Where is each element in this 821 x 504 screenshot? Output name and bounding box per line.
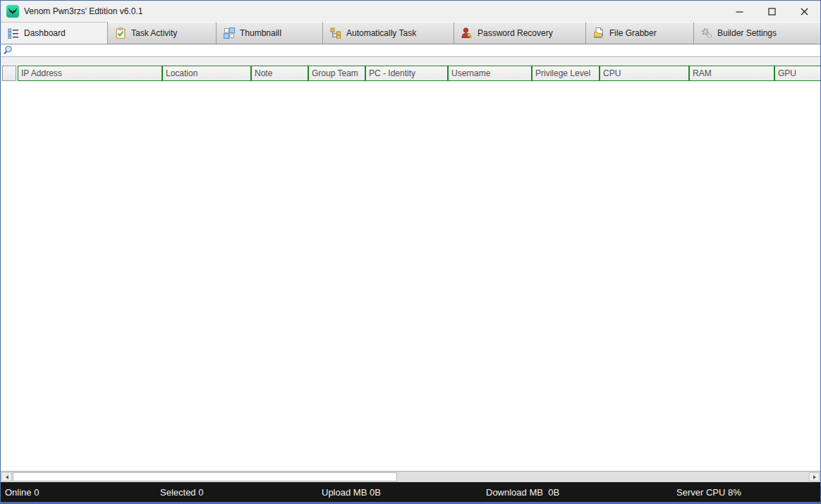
window-controls: [723, 1, 820, 22]
search-magnifier-icon: [4, 45, 14, 56]
tab-thumbnail[interactable]: ThumbnailI: [217, 22, 323, 44]
venom-logo-icon: [6, 5, 19, 18]
close-button[interactable]: [788, 1, 820, 22]
scroll-right-arrow-icon[interactable]: [809, 472, 820, 481]
maximize-button[interactable]: [755, 1, 788, 22]
search-button[interactable]: [1, 44, 16, 56]
column-header-location[interactable]: Location: [162, 66, 251, 81]
tab-label: File Grabber: [609, 28, 657, 38]
tab-builder-settings[interactable]: Builder Settings: [694, 22, 820, 44]
column-header-cpu[interactable]: CPU: [600, 66, 689, 81]
status-upload: Upload MB 0B: [322, 487, 381, 498]
status-selected: Selected 0: [160, 487, 203, 498]
window-title: Venom Pwn3rzs' Edtition v6.0.1: [24, 6, 142, 16]
tab-label: Automatically Task: [346, 28, 416, 38]
close-icon: [801, 8, 808, 16]
maximize-icon: [768, 8, 776, 16]
tab-label: Dashboard: [24, 28, 66, 38]
tab-label: Password Recovery: [478, 28, 553, 38]
search-toolbar: [1, 44, 820, 57]
column-header-group-team[interactable]: Group Team: [308, 66, 365, 81]
minimize-button[interactable]: [723, 1, 755, 22]
column-header-privilege-level[interactable]: Privilege Level: [532, 66, 600, 81]
dashboard-list-icon: [8, 27, 19, 39]
task-clipboard-icon: [115, 27, 126, 39]
title-bar: Venom Pwn3rzs' Edtition v6.0.1: [1, 1, 820, 22]
status-online: Online 0: [5, 487, 39, 498]
scroll-left-arrow-icon[interactable]: [1, 472, 12, 481]
tab-label: Task Activity: [131, 28, 177, 38]
table-header-row: IP Address Location Note Group Team PC -…: [1, 66, 820, 81]
hierarchy-icon: [330, 27, 341, 39]
tab-password-recovery[interactable]: Password Recovery: [454, 22, 586, 44]
status-bar: Online 0 Selected 0 Upload MB 0B Downloa…: [1, 482, 820, 503]
table-body-empty: [1, 81, 820, 471]
gears-icon: [701, 27, 712, 39]
toolbar-gap: [1, 57, 820, 66]
tab-label: Builder Settings: [717, 28, 777, 38]
thumbnail-grid-icon: [224, 27, 235, 39]
tab-file-grabber[interactable]: File Grabber: [586, 22, 694, 44]
search-input[interactable]: [16, 44, 820, 56]
tab-label: ThumbnailI: [240, 28, 281, 38]
column-header-gpu[interactable]: GPU: [774, 66, 820, 81]
tab-automatically-task[interactable]: Automatically Task: [323, 22, 454, 44]
scrollbar-thumb[interactable]: [13, 472, 397, 481]
column-header-ip-address[interactable]: IP Address: [18, 66, 162, 81]
row-selector-header-cell: [2, 66, 16, 81]
app-window: Venom Pwn3rzs' Edtition v6.0.1: [0, 0, 821, 504]
tab-dashboard[interactable]: Dashboard: [1, 22, 108, 44]
horizontal-scrollbar[interactable]: [1, 471, 820, 482]
tab-task-activity[interactable]: Task Activity: [108, 22, 217, 44]
tab-bar: Dashboard Task Activity ThumbnailI: [1, 22, 820, 44]
column-header-pc-identity[interactable]: PC - Identity: [365, 66, 448, 81]
user-key-icon: [461, 27, 473, 39]
column-header-username[interactable]: Username: [448, 66, 532, 81]
status-download: Download MB 0B: [486, 487, 559, 498]
column-header-ram[interactable]: RAM: [689, 66, 774, 81]
minimize-icon: [736, 8, 743, 16]
status-server-cpu: Server CPU 8%: [676, 487, 741, 498]
column-header-note[interactable]: Note: [251, 66, 308, 81]
file-folder-icon: [593, 27, 604, 39]
